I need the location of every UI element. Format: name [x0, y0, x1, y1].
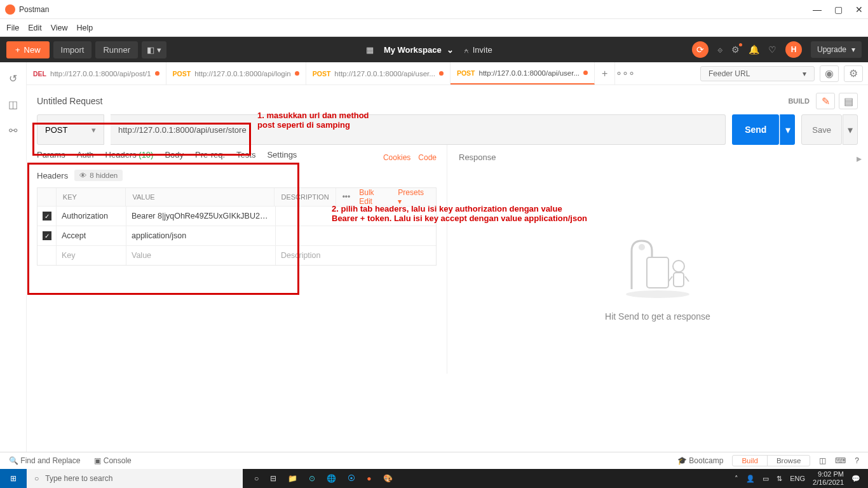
keyboard-icon[interactable]: ⌨: [835, 456, 846, 465]
find-replace-button[interactable]: 🔍 Find and Replace: [9, 456, 80, 465]
add-tab-button[interactable]: +: [595, 62, 615, 85]
tab-prereq[interactable]: Pre-req.: [195, 150, 225, 165]
menu-view[interactable]: View: [51, 24, 68, 32]
taskbar-search[interactable]: ○ Type here to search: [27, 469, 243, 488]
person-add-icon: ⍲: [464, 45, 469, 55]
upgrade-button[interactable]: Upgrade ▾: [811, 41, 862, 58]
bulk-edit-link[interactable]: Bulk Edit: [359, 188, 389, 206]
runner-button[interactable]: Runner: [95, 41, 138, 58]
save-dropdown-button[interactable]: ▾: [843, 114, 858, 145]
code-link[interactable]: Code: [418, 153, 437, 162]
paint-icon[interactable]: 🎨: [383, 474, 393, 483]
menu-help[interactable]: Help: [77, 24, 93, 32]
plus-icon: +: [15, 45, 20, 55]
edge-icon[interactable]: ⊙: [309, 474, 315, 483]
collections-icon[interactable]: ◫: [8, 98, 18, 111]
tab-2[interactable]: POST http://127.0.0.1:8000/api/user...: [306, 62, 451, 85]
tab-settings[interactable]: Settings: [267, 150, 297, 165]
header-row-empty[interactable]: Key Value Description: [37, 245, 436, 265]
caret-down-icon: ▾: [92, 125, 96, 135]
notifications-tray-icon[interactable]: 💬: [851, 475, 860, 483]
capture-icon[interactable]: ⟐: [717, 44, 722, 55]
view-mode-toggle[interactable]: Build Browse: [732, 455, 810, 466]
send-button[interactable]: Send: [732, 114, 779, 145]
more-dots-icon[interactable]: •••: [342, 193, 351, 201]
battery-icon[interactable]: ▭: [763, 475, 769, 483]
response-hint: Hit Send to get a response: [605, 311, 710, 322]
environment-settings-button[interactable]: ⚙: [844, 65, 863, 82]
checkbox-checked-icon[interactable]: ✓: [43, 231, 51, 240]
menu-file[interactable]: File: [6, 24, 19, 32]
vscode-icon[interactable]: ⦿: [348, 474, 355, 483]
tab-params[interactable]: Params: [37, 150, 65, 165]
apis-icon[interactable]: ⚯: [9, 125, 17, 137]
environment-preview-button[interactable]: ◉: [820, 65, 839, 82]
menu-edit[interactable]: Edit: [28, 24, 42, 32]
minimize-button[interactable]: —: [813, 4, 822, 15]
tab-overflow-button[interactable]: ∘∘∘: [615, 62, 635, 85]
postman-taskbar-icon[interactable]: ●: [367, 474, 371, 483]
col-key: KEY: [57, 188, 126, 206]
environment-selector[interactable]: Feeder URL ▾: [700, 66, 815, 81]
docs-button[interactable]: ▤: [839, 93, 858, 109]
headers-section-title: Headers: [37, 171, 68, 180]
cortana-icon[interactable]: ○: [254, 474, 259, 483]
settings-gear-icon[interactable]: ⚙: [731, 44, 740, 55]
task-view-icon[interactable]: ⊟: [270, 474, 276, 483]
new-button[interactable]: + New: [6, 41, 50, 58]
language-indicator[interactable]: ENG: [790, 475, 805, 482]
import-button[interactable]: Import: [53, 41, 92, 58]
help-icon[interactable]: ?: [855, 456, 859, 465]
sync-button[interactable]: ⟳: [692, 41, 709, 58]
wifi-icon[interactable]: ⇅: [776, 475, 782, 483]
expand-icon[interactable]: ▸: [857, 152, 862, 165]
svg-rect-4: [674, 273, 684, 287]
tab-3[interactable]: POST http://127.0.0.1:8000/api/user...: [451, 62, 595, 85]
notifications-icon[interactable]: 🔔: [749, 44, 759, 55]
tab-headers[interactable]: Headers (10): [105, 150, 154, 165]
method-selector[interactable]: POST ▾: [37, 114, 104, 145]
tab-0[interactable]: DEL http://127.0.0.1:8000/api/post/1: [27, 62, 166, 85]
grid-icon[interactable]: ▦: [366, 45, 374, 55]
unsaved-dot-icon: [583, 71, 588, 75]
bootcamp-button[interactable]: 🎓 Bootcamp: [677, 456, 723, 465]
save-button[interactable]: Save: [801, 114, 842, 145]
hidden-headers-toggle[interactable]: 👁 8 hidden: [74, 170, 123, 181]
people-icon[interactable]: 👤: [746, 475, 755, 483]
open-new-window-button[interactable]: ◧ ▾: [142, 41, 166, 58]
chrome-icon[interactable]: 🌐: [327, 474, 336, 483]
file-explorer-icon[interactable]: 📁: [288, 474, 297, 483]
send-dropdown-button[interactable]: ▾: [780, 114, 795, 145]
tab-body[interactable]: Body: [165, 150, 184, 165]
request-tabs-row: DEL http://127.0.0.1:8000/api/post/1 POS…: [27, 62, 868, 85]
tab-tests[interactable]: Tests: [236, 150, 255, 165]
maximize-button[interactable]: ▢: [834, 4, 843, 15]
svg-point-0: [626, 290, 689, 298]
tab-auth[interactable]: Auth: [77, 150, 94, 165]
window-title: Postman: [19, 5, 49, 14]
start-button[interactable]: ⊞: [0, 469, 27, 488]
comments-button[interactable]: ✎: [816, 93, 835, 109]
two-pane-icon[interactable]: ◫: [819, 456, 826, 465]
checkbox-checked-icon[interactable]: ✓: [43, 212, 51, 220]
cookies-link[interactable]: Cookies: [383, 153, 410, 162]
presets-dropdown[interactable]: Presets ▾: [398, 188, 430, 206]
response-illustration-icon: [623, 238, 693, 299]
invite-button[interactable]: ⍲ Invite: [464, 45, 492, 55]
annotation-1: 1. masukkan url dan method post seperti …: [257, 111, 369, 130]
url-input[interactable]: http://127.0.0.1:8000/api/user/store: [111, 114, 726, 145]
response-title: Response: [459, 152, 496, 162]
clock[interactable]: 9:02 PM 2/16/2021: [813, 470, 844, 487]
close-button[interactable]: ✕: [855, 4, 863, 15]
request-title[interactable]: Untitled Request: [37, 96, 103, 106]
tray-chevron-icon[interactable]: ˄: [735, 475, 738, 483]
header-row-1[interactable]: ✓ Accept application/json: [37, 226, 436, 245]
console-button[interactable]: ▣ Console: [94, 456, 131, 465]
svg-point-3: [673, 261, 684, 272]
svg-line-6: [685, 276, 689, 281]
tab-1[interactable]: POST http://127.0.0.1:8000/api/login: [166, 62, 306, 85]
heart-icon[interactable]: ♡: [768, 44, 776, 55]
workspace-selector[interactable]: My Workspace ⌄: [384, 45, 454, 55]
user-avatar[interactable]: H: [785, 41, 802, 58]
history-icon[interactable]: ↺: [9, 72, 17, 85]
